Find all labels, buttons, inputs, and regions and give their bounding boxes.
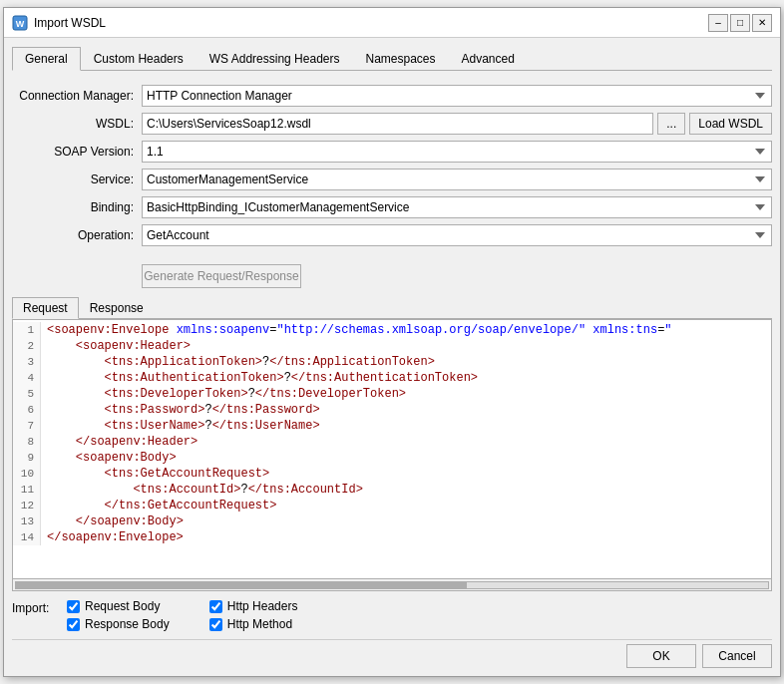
ok-button[interactable]: OK <box>626 644 696 668</box>
operation-select[interactable]: GetAccount <box>142 224 772 246</box>
xml-line-11: 11 <tns:AccountId>?</tns:AccountId> <box>13 482 771 498</box>
xml-line-8: 8 </soapenv:Header> <box>13 434 771 450</box>
response-body-label: Response Body <box>85 617 170 631</box>
import-col-2: Http Headers Http Method <box>209 599 298 631</box>
browse-button[interactable]: ... <box>657 113 685 135</box>
operation-control: GetAccount <box>142 224 772 246</box>
request-tab-bar: Request Response <box>12 296 772 319</box>
service-row: Service: CustomerManagementService <box>12 169 772 190</box>
dialog-content: General Custom Headers WS Addressing Hea… <box>4 38 780 676</box>
http-method-checkbox[interactable] <box>209 618 222 631</box>
tab-response[interactable]: Response <box>79 297 155 319</box>
scrollbar-thumb <box>16 582 467 588</box>
minimize-button[interactable]: – <box>708 14 728 32</box>
response-body-checkbox[interactable] <box>67 618 80 631</box>
connection-manager-control: HTTP Connection Manager <box>142 85 772 107</box>
horizontal-scrollbar-area <box>12 579 772 591</box>
bottom-buttons: OK Cancel <box>12 639 772 668</box>
checkbox-response-body: Response Body <box>67 617 170 631</box>
title-bar-left: W Import WSDL <box>12 15 106 31</box>
binding-control: BasicHttpBinding_ICustomerManagementServ… <box>142 196 772 218</box>
service-select[interactable]: CustomerManagementService <box>142 169 772 190</box>
tab-request[interactable]: Request <box>12 297 79 319</box>
checkbox-request-body: Request Body <box>67 599 170 613</box>
xml-line-10: 10 <tns:GetAccountRequest> <box>13 466 771 482</box>
service-control: CustomerManagementService <box>142 169 772 190</box>
import-checkboxes: Request Body Response Body Http Headers … <box>67 599 337 631</box>
xml-line-7: 7 <tns:UserName>?</tns:UserName> <box>13 418 771 434</box>
tab-ws-addressing[interactable]: WS Addressing Headers <box>196 47 353 71</box>
connection-manager-select[interactable]: HTTP Connection Manager <box>142 85 772 107</box>
soap-version-select[interactable]: 1.1 1.2 <box>142 141 772 163</box>
xml-editor[interactable]: 1 <soapenv:Envelope xmlns:soapenv="http:… <box>12 319 772 579</box>
checkbox-http-headers: Http Headers <box>209 599 298 613</box>
wsdl-label: WSDL: <box>12 117 142 131</box>
xml-line-6: 6 <tns:Password>?</tns:Password> <box>13 402 771 418</box>
import-col-1: Request Body Response Body <box>67 599 170 631</box>
operation-label: Operation: <box>12 228 142 242</box>
wsdl-control: ... Load WSDL <box>142 113 772 135</box>
xml-line-1: 1 <soapenv:Envelope xmlns:soapenv="http:… <box>13 322 771 338</box>
http-headers-checkbox[interactable] <box>209 600 222 613</box>
horizontal-scrollbar[interactable] <box>15 581 769 589</box>
xml-line-13: 13 </soapenv:Body> <box>13 513 771 529</box>
xml-line-14: 14 </soapenv:Envelope> <box>13 529 771 545</box>
tab-custom-headers[interactable]: Custom Headers <box>81 47 196 71</box>
dialog-title: Import WSDL <box>34 16 106 30</box>
request-body-label: Request Body <box>85 599 160 613</box>
cancel-button[interactable]: Cancel <box>702 644 772 668</box>
generate-section: Generate Request/Response <box>12 264 772 288</box>
service-label: Service: <box>12 172 142 186</box>
soap-version-row: SOAP Version: 1.1 1.2 <box>12 141 772 163</box>
dialog-icon: W <box>12 15 28 31</box>
import-label: Import: <box>12 599 67 615</box>
binding-row: Binding: BasicHttpBinding_ICustomerManag… <box>12 196 772 218</box>
xml-section: Request Response 1 <soapenv:Envelope xml… <box>12 296 772 591</box>
generate-button[interactable]: Generate Request/Response <box>142 264 301 288</box>
tab-general[interactable]: General <box>12 47 81 71</box>
xml-line-2: 2 <soapenv:Header> <box>13 338 771 354</box>
form-section: Connection Manager: HTTP Connection Mana… <box>12 81 772 256</box>
connection-manager-label: Connection Manager: <box>12 89 142 103</box>
tab-namespaces[interactable]: Namespaces <box>352 47 448 71</box>
connection-manager-row: Connection Manager: HTTP Connection Mana… <box>12 85 772 107</box>
import-wsdl-dialog: W Import WSDL – □ ✕ General Custom Heade… <box>3 7 781 677</box>
tab-advanced[interactable]: Advanced <box>449 47 528 71</box>
request-body-checkbox[interactable] <box>67 600 80 613</box>
title-bar-controls: – □ ✕ <box>708 14 772 32</box>
xml-line-9: 9 <soapenv:Body> <box>13 450 771 466</box>
checkbox-http-method: Http Method <box>209 617 298 631</box>
wsdl-row: WSDL: ... Load WSDL <box>12 113 772 135</box>
binding-select[interactable]: BasicHttpBinding_ICustomerManagementServ… <box>142 196 772 218</box>
xml-line-12: 12 </tns:GetAccountRequest> <box>13 498 771 513</box>
xml-line-4: 4 <tns:AuthenticationToken>?</tns:Authen… <box>13 370 771 386</box>
http-method-label: Http Method <box>227 617 292 631</box>
close-button[interactable]: ✕ <box>752 14 772 32</box>
xml-line-5: 5 <tns:DeveloperToken>?</tns:DeveloperTo… <box>13 386 771 402</box>
load-wsdl-button[interactable]: Load WSDL <box>689 113 772 135</box>
http-headers-label: Http Headers <box>227 599 298 613</box>
import-section: Import: Request Body Response Body H <box>12 599 772 631</box>
title-bar: W Import WSDL – □ ✕ <box>4 8 780 38</box>
xml-line-3: 3 <tns:ApplicationToken>?</tns:Applicati… <box>13 354 771 370</box>
operation-row: Operation: GetAccount <box>12 224 772 246</box>
svg-text:W: W <box>16 19 25 29</box>
maximize-button[interactable]: □ <box>730 14 750 32</box>
soap-version-label: SOAP Version: <box>12 145 142 159</box>
tab-bar: General Custom Headers WS Addressing Hea… <box>12 46 772 71</box>
soap-version-control: 1.1 1.2 <box>142 141 772 163</box>
wsdl-input[interactable] <box>142 113 653 135</box>
binding-label: Binding: <box>12 200 142 214</box>
